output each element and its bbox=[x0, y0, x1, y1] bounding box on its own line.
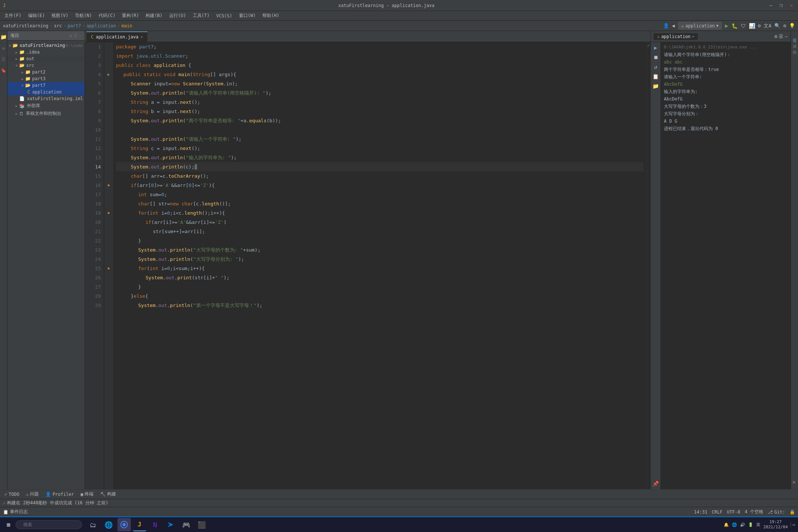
taskbar-app-chrome[interactable] bbox=[117, 518, 131, 531]
bookmarks-icon[interactable]: 🔖 bbox=[1, 68, 6, 73]
tree-item-src[interactable]: ▼ 📂 src bbox=[7, 62, 85, 69]
structure-icon[interactable]: ☰ bbox=[1, 57, 6, 62]
menu-vcs[interactable]: VCS(S) bbox=[213, 11, 235, 20]
minimize-button[interactable]: — bbox=[767, 2, 775, 9]
right-panel-collapse-icon[interactable]: ▶ bbox=[791, 477, 797, 486]
run-panel-layout-icon[interactable]: ☰ bbox=[779, 34, 783, 39]
search-icon[interactable]: 🔍 bbox=[774, 23, 780, 28]
status-encoding[interactable]: UTF-8 bbox=[727, 509, 740, 515]
run-restart-button[interactable]: ↺ bbox=[653, 63, 658, 71]
bottom-tab-build[interactable]: 🔨 构建 bbox=[97, 490, 119, 498]
taskbar-keyboard-icon[interactable]: 英 bbox=[756, 522, 760, 528]
menu-run[interactable]: 运行(U) bbox=[166, 11, 189, 20]
taskbar-app-intellij[interactable]: J bbox=[133, 518, 146, 531]
tree-item-root[interactable]: ▼ 📂 xatuFirstlearning D:\code bbox=[7, 42, 85, 49]
tree-item-part2[interactable]: ▶ 📁 part2 bbox=[7, 69, 85, 75]
bottom-tab-todo[interactable]: ✓ TODO bbox=[1, 491, 22, 498]
menu-navigate[interactable]: 导航(N) bbox=[72, 11, 95, 20]
menu-view[interactable]: 视图(V) bbox=[48, 11, 71, 20]
translate-icon[interactable]: 文A bbox=[764, 23, 771, 29]
right-margin: ✓ bbox=[647, 42, 650, 489]
account-icon[interactable]: 👤 bbox=[663, 23, 669, 28]
run-stop-button[interactable]: ⏹ bbox=[652, 53, 659, 61]
run-open-button[interactable]: 📁 bbox=[651, 82, 660, 90]
taskbar-battery-icon[interactable]: 🔋 bbox=[748, 522, 753, 527]
tree-item-part3[interactable]: ▶ 📁 part3 bbox=[7, 75, 85, 82]
bottom-tab-terminal[interactable]: ▣ 终端 bbox=[78, 490, 96, 498]
status-lock-icon[interactable]: 🔒 bbox=[790, 509, 795, 515]
tree-item-idea[interactable]: ▶ 📁 .idea bbox=[7, 49, 85, 55]
menu-refactor[interactable]: 重构(R) bbox=[119, 11, 142, 20]
status-event-log[interactable]: 📋 事件日志 bbox=[3, 509, 28, 515]
menu-code[interactable]: 代码(C) bbox=[96, 11, 119, 20]
status-indent[interactable]: 4 个空格 bbox=[745, 509, 763, 515]
run-config-name[interactable]: application bbox=[685, 23, 715, 28]
taskbar-app-vscode[interactable] bbox=[164, 518, 177, 531]
run-panel-minimize-icon[interactable]: — bbox=[785, 34, 788, 39]
taskbar-search[interactable] bbox=[16, 520, 82, 529]
taskbar-network-icon[interactable]: 🌐 bbox=[732, 522, 737, 527]
back-icon[interactable]: ◀ bbox=[672, 23, 675, 28]
settings2-icon[interactable]: ⚙ bbox=[783, 23, 786, 28]
status-line-col[interactable]: 14:31 bbox=[694, 509, 707, 515]
close-button[interactable]: ✕ bbox=[788, 2, 795, 9]
menu-window[interactable]: 窗口(W) bbox=[236, 11, 259, 20]
tab-application-java[interactable]: C application.java ✕ bbox=[86, 31, 147, 42]
run-panel-settings-icon[interactable]: ⚙ bbox=[774, 34, 777, 39]
start-button[interactable]: ⊞ bbox=[3, 520, 14, 530]
run-config-dropdown-icon[interactable]: ▼ bbox=[716, 24, 719, 28]
bottom-tab-problems[interactable]: ⚠ 问题 bbox=[23, 490, 42, 498]
breadcrumb-method[interactable]: main bbox=[122, 23, 132, 28]
commit-icon[interactable]: ⊕ bbox=[2, 46, 5, 51]
run-play-button[interactable]: ▶ bbox=[653, 44, 658, 52]
breadcrumb-src[interactable]: src bbox=[54, 23, 62, 28]
tree-collapse-icon[interactable]: — bbox=[79, 33, 82, 38]
vert-tab-debug[interactable]: 调试 bbox=[791, 40, 798, 43]
status-crlf[interactable]: CRLF bbox=[712, 509, 723, 515]
tree-item-iml[interactable]: ▶ 📄 xatuFirstlearning.iml bbox=[7, 95, 85, 102]
taskbar-app-steam[interactable]: 🎮 bbox=[180, 518, 193, 531]
tree-item-application[interactable]: C application bbox=[7, 89, 85, 95]
tree-layout-icon[interactable]: ☰ bbox=[74, 33, 78, 38]
run-tab-application[interactable]: ☕ application ✕ bbox=[654, 33, 698, 40]
menu-build[interactable]: 构建(B) bbox=[143, 11, 166, 20]
tree-item-part7[interactable]: ▼ 📂 part7 bbox=[7, 82, 85, 89]
folder-icon-idea: 📁 bbox=[19, 50, 25, 55]
debug-button[interactable]: 🐛 bbox=[732, 23, 738, 29]
taskbar-app-terminal[interactable]: ⬛ bbox=[195, 518, 208, 531]
tree-item-scratch[interactable]: ▶ 🗒 草稿文件和控制台 bbox=[7, 110, 85, 117]
settings-icon[interactable]: ⚙ bbox=[758, 23, 761, 28]
vert-tab-structure[interactable]: 结构 bbox=[791, 46, 798, 49]
lightbulb-icon[interactable]: 💡 bbox=[789, 23, 795, 28]
run-tab-close[interactable]: ✕ bbox=[692, 34, 694, 38]
menu-file[interactable]: 文件(F) bbox=[1, 11, 24, 20]
breadcrumb-package[interactable]: part7 bbox=[68, 23, 81, 28]
bottom-tab-profiler[interactable]: 👤 Profiler bbox=[42, 491, 77, 498]
tab-close-button[interactable]: ✕ bbox=[141, 35, 143, 39]
profile-button[interactable]: 📊 bbox=[749, 23, 755, 29]
tree-item-out[interactable]: ▶ 📁 out bbox=[7, 55, 85, 62]
project-icon[interactable]: 📁 bbox=[0, 34, 7, 40]
taskbar-notification-icon[interactable]: 🔔 bbox=[724, 522, 729, 527]
code-content[interactable]: package part7; import java.util.Scanner;… bbox=[113, 42, 647, 489]
run-button[interactable]: ▶ bbox=[725, 22, 729, 29]
menu-edit[interactable]: 编辑(E) bbox=[25, 11, 48, 20]
taskbar-show-desktop[interactable]: ▭ bbox=[791, 522, 795, 527]
menu-tools[interactable]: 工具(T) bbox=[190, 11, 213, 20]
run-pin-button[interactable]: 📌 bbox=[651, 480, 660, 488]
maximize-button[interactable]: ❐ bbox=[777, 2, 785, 9]
vert-tab-run[interactable]: 运行 bbox=[791, 34, 798, 37]
tree-settings-icon[interactable]: ⚙ bbox=[69, 33, 72, 38]
coverage-button[interactable]: 🛡 bbox=[741, 23, 746, 29]
run-copy-button[interactable]: 📋 bbox=[651, 72, 660, 81]
code-editor[interactable]: 12345 678910 1112131415 1617181920 21222… bbox=[85, 42, 650, 489]
breadcrumb-project[interactable]: xatuFirstlearning bbox=[3, 23, 48, 28]
taskbar-volume-icon[interactable]: 🔊 bbox=[740, 522, 745, 527]
taskbar-app-browser[interactable]: 🌐 bbox=[102, 518, 115, 531]
breadcrumb-class[interactable]: application bbox=[86, 23, 116, 28]
taskbar-app-onenote[interactable]: N bbox=[149, 518, 162, 531]
taskbar-time[interactable]: 19:27 2021/12/04 bbox=[763, 519, 788, 530]
menu-help[interactable]: 帮助(H) bbox=[259, 11, 282, 20]
taskbar-app-fileexplorer[interactable]: 🗂 bbox=[86, 518, 100, 531]
tree-item-extlibs[interactable]: ▶ 📚 外部库 bbox=[7, 102, 85, 110]
